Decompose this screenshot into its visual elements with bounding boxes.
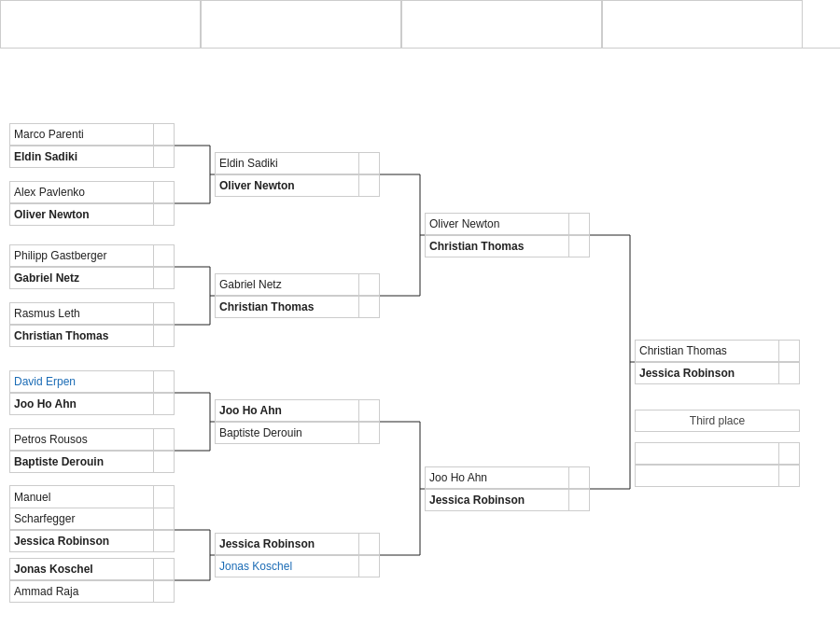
score-box	[154, 146, 175, 168]
score-box	[154, 244, 175, 267]
score-box	[154, 451, 175, 473]
player-row: Ammad Raja	[9, 580, 175, 603]
player-name: Jessica Robinson	[425, 489, 569, 511]
match-slot: Gabriel NetzChristian Thomas	[215, 273, 380, 318]
player-name	[635, 465, 779, 487]
score-box	[154, 370, 175, 393]
player-name: Marco Parenti	[9, 123, 154, 146]
player-name: David Erpen	[9, 370, 154, 393]
score-box	[779, 362, 800, 384]
match-slot: Christian ThomasJessica Robinson	[635, 340, 800, 384]
player-row: Jessica Robinson	[425, 489, 590, 511]
player-name: Joo Ho Ahn	[9, 393, 154, 415]
player-name: Rasmus Leth	[9, 302, 154, 325]
score-box	[569, 235, 590, 257]
score-box	[154, 580, 175, 603]
score-box	[154, 485, 175, 508]
player-row: Baptiste Derouin	[9, 451, 175, 473]
score-box	[154, 203, 175, 226]
score-box	[154, 181, 175, 203]
player-row: Manuel	[9, 485, 175, 508]
match-slot: Marco ParentiEldin Sadiki	[9, 123, 175, 168]
player-name: Jonas Koschel	[9, 558, 154, 580]
bracket-container: Marco ParentiEldin SadikiAlex PavlenkoOl…	[0, 0, 840, 640]
header-final	[602, 0, 803, 48]
player-row	[635, 442, 800, 465]
score-box	[154, 325, 175, 347]
match-slot: Rasmus LethChristian Thomas	[9, 302, 175, 347]
player-name: Gabriel Netz	[9, 267, 154, 289]
match-slot: Jonas KoschelAmmad Raja	[9, 558, 175, 603]
player-name: Petros Rousos	[9, 428, 154, 451]
score-box	[569, 466, 590, 489]
player-row: Christian Thomas	[425, 235, 590, 257]
header-row	[0, 0, 840, 49]
match-slot: David ErpenJoo Ho Ahn	[9, 370, 175, 415]
score-box	[154, 508, 175, 530]
score-box	[359, 273, 380, 296]
player-name: Jessica Robinson	[215, 533, 359, 555]
score-box	[359, 555, 380, 577]
player-name: Philipp Gastberger	[9, 244, 154, 267]
match-slot: Oliver NewtonChristian Thomas	[425, 213, 590, 257]
header-semi	[401, 0, 602, 48]
player-name: Oliver Newton	[425, 213, 569, 235]
player-name: Christian Thomas	[9, 325, 154, 347]
player-row: Jonas Koschel	[9, 558, 175, 580]
player-row: Oliver Newton	[9, 203, 175, 226]
player-row: Baptiste Derouin	[215, 422, 380, 444]
player-row: Jessica Robinson	[635, 362, 800, 384]
score-box	[359, 296, 380, 318]
player-name: Oliver Newton	[215, 174, 359, 197]
player-row: Christian Thomas	[635, 340, 800, 362]
match-slot: Joo Ho AhnBaptiste Derouin	[215, 399, 380, 444]
match-slot: ManuelScharfeggerJessica Robinson	[9, 485, 175, 552]
score-box	[779, 340, 800, 362]
score-box	[154, 530, 175, 552]
player-row: Gabriel Netz	[9, 267, 175, 289]
player-name: Ammad Raja	[9, 580, 154, 603]
score-box	[359, 399, 380, 422]
player-row: Gabriel Netz	[215, 273, 380, 296]
player-row: Oliver Newton	[425, 213, 590, 235]
score-box	[154, 267, 175, 289]
player-name: Gabriel Netz	[215, 273, 359, 296]
player-name: Christian Thomas	[215, 296, 359, 318]
player-name: Manuel	[9, 485, 154, 508]
match-slot: Joo Ho AhnJessica Robinson	[425, 466, 590, 511]
player-row: Christian Thomas	[9, 325, 175, 347]
player-row: Joo Ho Ahn	[425, 466, 590, 489]
player-row: Joo Ho Ahn	[9, 393, 175, 415]
score-box	[359, 422, 380, 444]
player-name: Eldin Sadiki	[9, 146, 154, 168]
header-top16	[0, 0, 201, 48]
score-box	[569, 489, 590, 511]
score-box	[154, 428, 175, 451]
match-slot: Alex PavlenkoOliver Newton	[9, 181, 175, 226]
third-place-box: Third place	[635, 410, 800, 432]
score-box	[569, 213, 590, 235]
score-box	[154, 558, 175, 580]
score-box	[359, 152, 380, 174]
score-box	[359, 533, 380, 555]
player-row: Eldin Sadiki	[9, 146, 175, 168]
match-slot: Petros RousosBaptiste Derouin	[9, 428, 175, 473]
score-box	[154, 393, 175, 415]
match-slot: Jessica RobinsonJonas Koschel	[215, 533, 380, 577]
match-slot: Philipp GastbergerGabriel Netz	[9, 244, 175, 289]
player-name	[635, 442, 779, 465]
player-name: Jessica Robinson	[9, 530, 154, 552]
player-row: Scharfegger	[9, 508, 175, 530]
score-box	[779, 465, 800, 487]
player-row: Alex Pavlenko	[9, 181, 175, 203]
player-row: Rasmus Leth	[9, 302, 175, 325]
score-box	[359, 174, 380, 197]
player-row: Oliver Newton	[215, 174, 380, 197]
player-name: Eldin Sadiki	[215, 152, 359, 174]
player-name: Christian Thomas	[635, 340, 779, 362]
player-row: Eldin Sadiki	[215, 152, 380, 174]
player-name: Alex Pavlenko	[9, 181, 154, 203]
player-row	[635, 465, 800, 487]
header-quarter	[201, 0, 401, 48]
player-row: Philipp Gastberger	[9, 244, 175, 267]
